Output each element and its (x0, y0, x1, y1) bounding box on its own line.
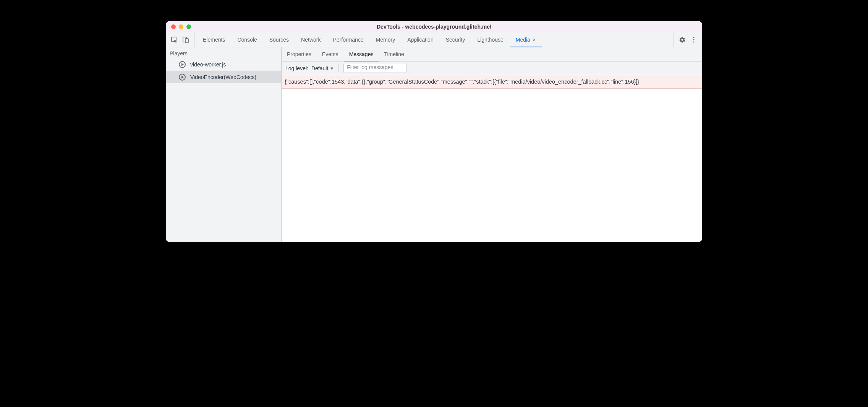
content-area: Players video-worker.jsVideoEncoder(WebC… (166, 47, 702, 242)
main-tabs: ElementsConsoleSourcesNetworkPerformance… (197, 32, 671, 47)
player-item[interactable]: VideoEncoder(WebCodecs) (166, 71, 281, 83)
right-toolbar (674, 32, 702, 47)
window-close-button[interactable] (171, 24, 176, 29)
tab-media[interactable]: Media× (510, 32, 542, 47)
svg-point-4 (693, 39, 694, 40)
tab-label: Memory (376, 37, 395, 43)
svg-rect-2 (185, 39, 188, 43)
subtab-label: Timeline (384, 51, 404, 57)
subtab-timeline[interactable]: Timeline (379, 47, 409, 61)
main-tabstrip: ElementsConsoleSourcesNetworkPerformance… (166, 32, 702, 47)
tab-console[interactable]: Console (231, 32, 263, 47)
play-icon (179, 61, 186, 68)
kebab-menu-icon[interactable] (689, 35, 698, 44)
log-area: {"causes":[],"code":1543,"data":{},"grou… (282, 75, 702, 242)
player-label: VideoEncoder(WebCodecs) (190, 74, 256, 80)
log-level-select[interactable]: Default ▼ (311, 65, 334, 71)
players-sidebar: Players video-worker.jsVideoEncoder(WebC… (166, 47, 282, 242)
tab-application[interactable]: Application (401, 32, 440, 47)
subtab-label: Properties (287, 51, 311, 57)
filter-bar: Log level: Default ▼ Filter log messages (282, 61, 702, 75)
window-title: DevTools - webcodecs-playground.glitch.m… (166, 24, 702, 30)
tab-network[interactable]: Network (295, 32, 327, 47)
detail-pane: PropertiesEventsMessagesTimeline Log lev… (282, 47, 702, 242)
window-zoom-button[interactable] (186, 24, 191, 29)
player-item[interactable]: video-worker.js (166, 58, 281, 71)
svg-point-3 (693, 37, 694, 38)
player-label: video-worker.js (190, 61, 226, 68)
tab-label: Security (446, 37, 465, 43)
tab-label: Network (301, 37, 321, 43)
tab-lighthouse[interactable]: Lighthouse (471, 32, 510, 47)
inspect-element-icon[interactable] (170, 35, 179, 44)
chevron-down-icon: ▼ (330, 66, 334, 71)
tab-label: Elements (203, 37, 225, 43)
log-level-value: Default (311, 65, 328, 71)
subtab-messages[interactable]: Messages (344, 47, 379, 61)
tab-label: Performance (333, 37, 363, 43)
tab-label: Media (516, 37, 530, 43)
window-titlebar: DevTools - webcodecs-playground.glitch.m… (166, 21, 702, 32)
tab-sources[interactable]: Sources (263, 32, 295, 47)
subtab-label: Messages (349, 51, 374, 57)
subtab-properties[interactable]: Properties (282, 47, 317, 61)
svg-point-5 (693, 41, 694, 42)
left-toolbar (166, 32, 194, 47)
tab-label: Application (407, 37, 434, 43)
separator (338, 65, 339, 72)
tab-performance[interactable]: Performance (327, 32, 369, 47)
close-icon[interactable]: × (533, 37, 536, 42)
tab-memory[interactable]: Memory (370, 32, 402, 47)
play-icon (179, 74, 186, 81)
tab-label: Console (237, 37, 257, 43)
log-row[interactable]: {"causes":[],"code":1543,"data":{},"grou… (282, 75, 702, 89)
settings-icon[interactable] (678, 35, 687, 44)
device-toolbar-icon[interactable] (181, 35, 190, 44)
sidebar-header: Players (166, 47, 281, 58)
subtab-events[interactable]: Events (317, 47, 344, 61)
tab-label: Sources (269, 37, 289, 43)
log-level-label: Log level: (285, 65, 308, 71)
traffic-lights (166, 24, 191, 29)
tab-security[interactable]: Security (440, 32, 471, 47)
filter-placeholder: Filter log messages (347, 64, 393, 70)
tab-label: Lighthouse (477, 37, 504, 43)
tab-elements[interactable]: Elements (197, 32, 231, 47)
sub-tabstrip: PropertiesEventsMessagesTimeline (282, 47, 702, 61)
subtab-label: Events (322, 51, 338, 57)
filter-input[interactable]: Filter log messages (343, 64, 406, 73)
devtools-window: DevTools - webcodecs-playground.glitch.m… (166, 21, 702, 242)
window-minimize-button[interactable] (179, 24, 183, 29)
